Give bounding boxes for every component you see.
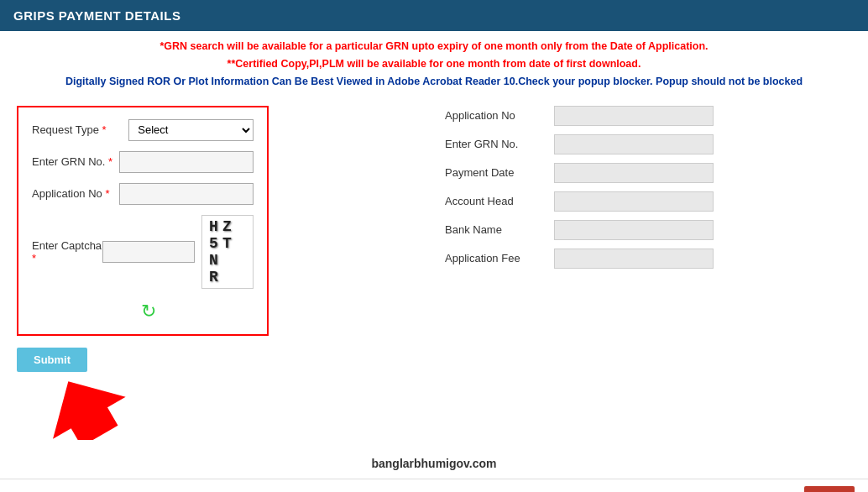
notice-line1: *GRN search will be available for a part… [17,38,851,55]
application-no-input[interactable] [119,183,254,205]
application-no-label-left: Application No * [32,187,119,200]
grn-row: Enter GRN No. * [32,151,254,173]
search-form-box: Request Type * Select Option 1 Option 2 … [17,106,269,336]
right-application-no-row: Application No [445,106,851,126]
right-account-head-row: Account Head [445,191,851,212]
right-grn-row: Enter GRN No. [445,134,851,154]
grn-label-left: Enter GRN No. * [32,155,119,168]
captcha-label: Enter Captcha * [32,239,102,264]
captcha-image: HZ 5T N R [201,215,254,289]
right-payment-date-label: Payment Date [445,166,554,179]
right-application-no-input [554,106,714,126]
captcha-controls: HZ 5T N R [102,215,254,289]
left-panel: Request Type * Select Option 1 Option 2 … [17,106,420,440]
required-star-app: * [105,187,109,200]
captcha-row: Enter Captcha * HZ 5T N R [32,215,254,289]
red-arrow-svg [34,364,218,440]
grn-input-left[interactable] [119,151,254,173]
request-type-row: Request Type * Select Option 1 Option 2 [32,119,254,141]
request-type-label: Request Type * [32,123,128,136]
right-account-head-label: Account Head [445,195,554,207]
right-payment-date-row: Payment Date [445,163,851,183]
required-star-grn: * [108,155,112,168]
notice-line2: **Certified Copy,PI,PLM will be availabl… [17,55,851,73]
right-bank-name-row: Bank Name [445,220,851,240]
captcha-refresh-icon[interactable]: ↻ [141,302,156,321]
page-title: GRIPS PAYMENT DETAILS [13,8,180,23]
right-application-fee-label: Application Fee [445,252,554,264]
page-header: GRIPS PAYMENT DETAILS [0,0,868,31]
right-application-no-label: Application No [445,109,554,122]
right-bank-name-input [554,220,714,240]
required-star-captcha: * [32,252,36,264]
watermark: banglarbhumigov.com [0,448,868,479]
application-no-row: Application No * [32,183,254,205]
captcha-input[interactable] [102,241,195,263]
submit-area: Submit [17,348,420,440]
request-type-select[interactable]: Select Option 1 Option 2 [128,119,254,141]
right-application-fee-row: Application Fee [445,249,851,269]
right-bank-name-label: Bank Name [445,223,554,236]
notice-line3: Digitally Signed ROR Or Plot Information… [17,76,851,87]
exit-button[interactable]: Exit [804,486,855,493]
right-payment-date-input [554,163,714,183]
right-grn-input [554,134,714,154]
right-grn-label: Enter GRN No. [445,138,554,150]
notices-section: *GRN search will be available for a part… [0,31,868,91]
submit-button[interactable]: Submit [17,348,87,372]
bottom-bar: Exit [0,479,868,493]
right-panel: Application No Enter GRN No. Payment Dat… [445,106,851,440]
arrow-decoration [34,364,218,442]
right-application-fee-input [554,249,714,269]
required-star: * [102,123,107,136]
right-account-head-input [554,191,714,212]
main-content: Request Type * Select Option 1 Option 2 … [0,91,868,448]
svg-marker-0 [34,364,136,440]
